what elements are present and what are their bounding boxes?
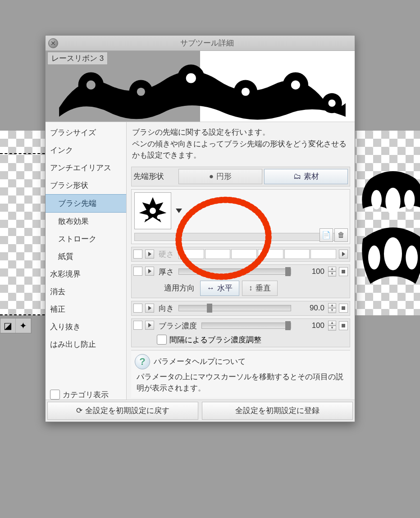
canvas-lace-art: [348, 171, 420, 306]
canvas-mini-toolbar: ◪ ✦: [0, 318, 32, 333]
hardness-expand[interactable]: [145, 250, 154, 259]
cat-scatter[interactable]: 散布効果: [46, 213, 126, 230]
help-panel: ? パラメータヘルプについて パラメータの上にマウスカーソルを移動するとその項目…: [131, 350, 350, 398]
direction-row: 向き 90.0 ▲▼: [131, 301, 350, 316]
direction-expand[interactable]: [145, 304, 154, 313]
svg-point-2: [404, 190, 415, 209]
reset-all-button[interactable]: ⟳ 全設定を初期設定に戻す: [47, 402, 198, 420]
horiz-icon: ↔: [207, 284, 215, 293]
brush-preview: レースリボン 3: [46, 51, 355, 122]
brush-tip-thumbnail[interactable]: [134, 192, 171, 229]
svg-point-1: [371, 190, 382, 209]
add-material-button[interactable]: 📄: [320, 228, 333, 242]
density-expand[interactable]: [145, 321, 154, 330]
svg-point-20: [157, 215, 161, 219]
brush-stroke-preview: [50, 53, 350, 121]
hardness-row: 硬さ: [131, 247, 350, 262]
tip-shape-circle-button[interactable]: ● 円形: [178, 169, 262, 184]
direction-spinner[interactable]: ▲▼: [328, 303, 336, 313]
density-show-toggle[interactable]: [133, 321, 142, 330]
density-slider[interactable]: [201, 323, 291, 329]
svg-point-11: [186, 73, 196, 83]
density-spinner[interactable]: ▲▼: [328, 321, 336, 331]
settings-pane: ブラシの先端に関する設定を行います。 ペンの傾きや向きによってブラシ先端の形状を…: [127, 122, 355, 400]
cat-watercolor-edge[interactable]: 水彩境界: [46, 265, 126, 283]
material-thumbnail-box: 📄 🗑: [131, 189, 350, 244]
thumbnail-scrollbar[interactable]: [134, 233, 347, 241]
cat-brush-tip[interactable]: ブラシ先端: [46, 194, 126, 213]
category-show-row[interactable]: カテゴリ表示: [50, 390, 109, 400]
direction-slider[interactable]: [178, 305, 291, 311]
circle-icon: ●: [209, 172, 214, 181]
tool-icon-2[interactable]: ✦: [16, 318, 31, 333]
material-icon: 🗂: [293, 172, 301, 181]
window-title: サブツール詳細: [62, 38, 352, 48]
hardness-label: 硬さ: [157, 249, 176, 259]
svg-point-9: [137, 88, 145, 96]
vert-icon: ↕: [249, 284, 253, 293]
tip-shape-label: 先端形状: [133, 171, 177, 182]
thickness-dynamics[interactable]: [339, 267, 348, 276]
direction-vertical-button[interactable]: ↕ 垂直: [242, 281, 278, 296]
thumbnail-menu-icon[interactable]: [176, 209, 182, 213]
subtool-detail-dialog: ✕ サブツール詳細 レースリボン 3: [45, 35, 355, 422]
category-sidebar: ブラシサイズ インク アンチエイリアス ブラシ形状 ブラシ先端 散布効果 ストロ…: [46, 122, 127, 400]
cat-ink[interactable]: インク: [46, 141, 126, 159]
svg-point-13: [242, 88, 250, 96]
thickness-show-toggle[interactable]: [133, 267, 142, 276]
svg-point-7: [87, 81, 96, 90]
density-value[interactable]: 100: [294, 321, 325, 330]
description: ブラシの先端に関する設定を行います。 ペンの傾きや向きによってブラシ先端の形状を…: [131, 126, 350, 164]
density-row: ブラシ濃度 100 ▲▼ 間隔によるブラシ濃度調整: [131, 318, 350, 347]
hardness-show-toggle[interactable]: [133, 250, 142, 259]
direction-dynamics[interactable]: [339, 304, 348, 313]
svg-point-3: [384, 237, 402, 270]
thickness-slider[interactable]: [178, 268, 291, 275]
cat-brush-size[interactable]: ブラシサイズ: [46, 124, 126, 141]
density-label: ブラシ濃度: [157, 321, 199, 331]
category-show-checkbox[interactable]: [50, 390, 60, 400]
hardness-segments[interactable]: [178, 249, 336, 259]
thickness-expand[interactable]: [145, 267, 154, 276]
svg-point-4: [368, 245, 380, 269]
svg-point-15: [291, 81, 300, 90]
hardness-dynamics[interactable]: [339, 250, 348, 259]
thickness-spinner[interactable]: ▲▼: [328, 267, 336, 277]
cat-overflow-prevent[interactable]: はみ出し防止: [46, 336, 126, 353]
cat-erase[interactable]: 消去: [46, 283, 126, 300]
help-icon: ?: [135, 354, 150, 369]
svg-point-0: [385, 188, 400, 215]
svg-point-5: [406, 245, 418, 269]
thickness-label: 厚さ: [157, 267, 176, 277]
reset-icon: ⟳: [76, 406, 82, 415]
direction-show-toggle[interactable]: [133, 304, 142, 313]
close-button[interactable]: ✕: [48, 38, 58, 48]
density-dynamics[interactable]: [339, 321, 348, 330]
cat-stroke[interactable]: ストローク: [46, 230, 126, 248]
dialog-footer: ⟳ 全設定を初期設定に戻す 全設定を初期設定に登録: [46, 400, 355, 422]
svg-point-17: [329, 100, 336, 107]
direction-label: 向き: [157, 303, 176, 314]
cat-antialias[interactable]: アンチエイリアス: [46, 159, 126, 177]
thickness-row: 厚さ 100 ▲▼ 適用方向 ↔ 水平: [131, 264, 350, 298]
apply-direction-label: 適用方向: [157, 283, 197, 293]
tip-shape-row: 先端形状 ● 円形 🗂 素材: [131, 167, 350, 186]
direction-horizontal-button[interactable]: ↔ 水平: [200, 281, 239, 296]
cat-paper[interactable]: 紙質: [46, 248, 126, 265]
density-gap-checkbox[interactable]: [157, 335, 167, 345]
svg-point-18: [150, 208, 156, 214]
help-body: パラメータの上にマウスカーソルを移動するとその項目の説明が表示されます。: [135, 371, 347, 394]
cat-brush-shape[interactable]: ブラシ形状: [46, 177, 126, 194]
thickness-value[interactable]: 100: [294, 267, 325, 276]
delete-material-button[interactable]: 🗑: [334, 228, 348, 242]
register-all-button[interactable]: 全設定を初期設定に登録: [202, 402, 353, 420]
lace-tip-icon: [137, 195, 169, 227]
category-show-label: カテゴリ表示: [63, 390, 109, 400]
cat-correction[interactable]: 補正: [46, 300, 126, 318]
direction-value[interactable]: 90.0: [294, 304, 325, 313]
tool-icon-1[interactable]: ◪: [0, 318, 16, 333]
tip-shape-material-button[interactable]: 🗂 素材: [264, 169, 348, 184]
titlebar[interactable]: ✕ サブツール詳細: [46, 36, 355, 51]
cat-inout[interactable]: 入り抜き: [46, 318, 126, 336]
svg-point-19: [144, 215, 148, 219]
